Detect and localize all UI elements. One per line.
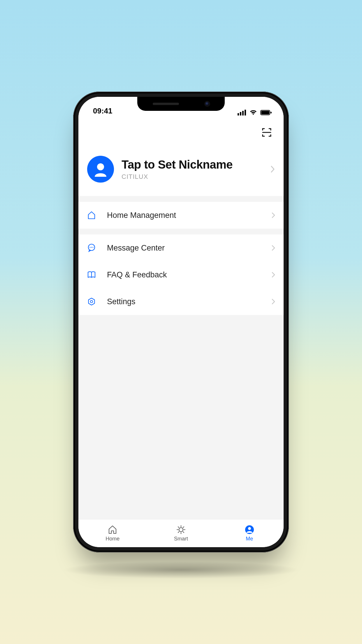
tab-label: Smart [174, 536, 188, 542]
svg-marker-14 [89, 298, 95, 305]
svg-line-21 [178, 527, 179, 528]
chevron-right-icon [271, 212, 275, 218]
menu-item-faq-feedback[interactable]: FAQ & Feedback [78, 261, 284, 288]
front-camera [205, 102, 209, 106]
top-bar [78, 118, 284, 147]
svg-point-11 [91, 247, 92, 248]
svg-line-24 [178, 532, 179, 533]
menu-item-settings[interactable]: Settings [78, 288, 284, 315]
menu-label: FAQ & Feedback [107, 270, 261, 279]
tab-label: Me [246, 536, 253, 542]
profile-row[interactable]: Tap to Set Nickname CITILUX [78, 147, 284, 196]
svg-rect-0 [238, 113, 239, 116]
cellular-icon [238, 110, 246, 116]
phone-frame: 09:41 [73, 92, 289, 552]
tab-smart[interactable]: Smart [147, 519, 215, 547]
svg-rect-6 [270, 112, 272, 113]
speaker-grille [153, 103, 179, 105]
svg-rect-5 [261, 111, 269, 114]
chevron-right-icon [270, 165, 275, 173]
nickname-label: Tap to Set Nickname [122, 158, 263, 171]
tab-me[interactable]: Me [215, 519, 284, 547]
menu-label: Home Management [107, 211, 261, 220]
svg-point-26 [248, 527, 251, 530]
svg-line-22 [183, 532, 184, 533]
account-name: CITILUX [122, 173, 263, 181]
tab-home[interactable]: Home [78, 519, 147, 547]
chevron-right-icon [271, 272, 275, 278]
svg-point-8 [97, 163, 104, 170]
notch [137, 97, 225, 111]
smart-tab-icon [176, 525, 186, 535]
battery-icon [260, 110, 272, 116]
book-icon [87, 270, 96, 279]
menu-label: Message Center [107, 244, 261, 253]
screen: 09:41 [78, 97, 284, 547]
svg-point-16 [179, 528, 183, 532]
person-icon [92, 161, 109, 177]
menu-item-home-management[interactable]: Home Management [78, 202, 284, 229]
tab-bar: Home Smart [78, 519, 284, 547]
scan-icon[interactable] [261, 127, 272, 138]
tab-label: Home [106, 536, 120, 542]
chevron-right-icon [271, 298, 275, 305]
menu-label: Settings [107, 297, 261, 306]
svg-point-10 [90, 247, 91, 248]
svg-rect-2 [242, 111, 244, 116]
empty-space [78, 315, 284, 519]
settings-icon [87, 297, 96, 306]
me-tab-icon [245, 525, 254, 535]
wifi-icon [249, 110, 257, 116]
svg-line-23 [183, 527, 184, 528]
svg-rect-1 [240, 112, 241, 116]
message-icon [87, 244, 96, 252]
svg-rect-3 [245, 110, 246, 116]
chevron-right-icon [271, 245, 275, 251]
status-time: 09:41 [93, 106, 113, 116]
svg-point-12 [93, 247, 94, 248]
menu-item-message-center[interactable]: Message Center [78, 235, 284, 261]
home-tab-icon [108, 525, 117, 535]
avatar [87, 156, 114, 183]
home-icon [87, 211, 96, 220]
svg-point-15 [90, 300, 93, 303]
